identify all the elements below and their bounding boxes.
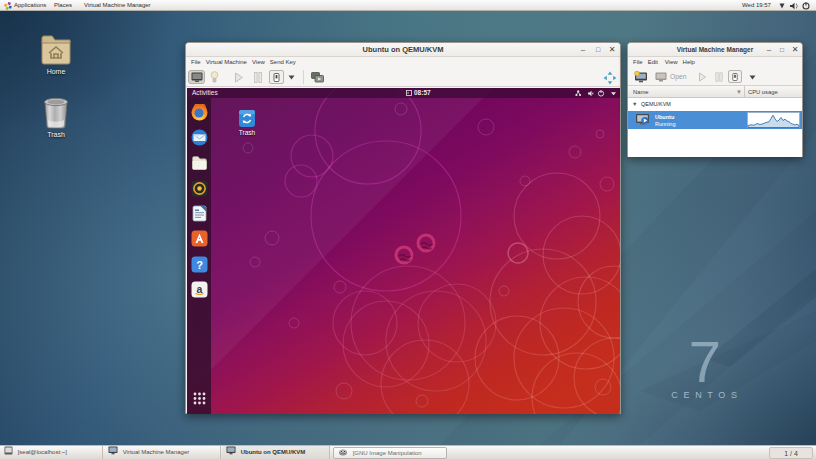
- svg-text:a: a: [197, 283, 203, 295]
- svg-text:?: ?: [196, 259, 203, 271]
